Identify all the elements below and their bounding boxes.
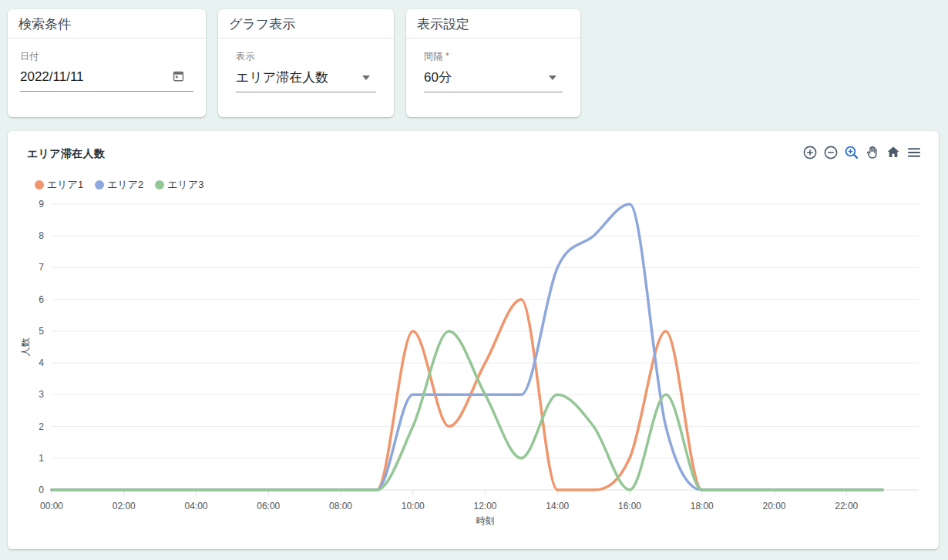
date-field-label: 日付 [20,50,193,63]
interval-select[interactable]: 60分 [424,65,563,92]
settings-card-title: 表示設定 [406,9,580,39]
x-tick-label: 16:00 [618,501,641,511]
graph-display-card: グラフ表示 表示 エリア滞在人数 [218,9,394,117]
y-tick-label: 8 [39,230,44,241]
legend-label: エリア1 [47,178,83,192]
x-tick-label: 14:00 [546,501,569,511]
zoom-in-icon [802,144,819,163]
legend-label: エリア3 [167,178,203,192]
legend-marker-icon [95,180,104,189]
y-tick-label: 7 [39,262,44,273]
y-tick-label: 1 [39,453,44,464]
legend-marker-icon [155,180,164,189]
chart-toolbar [801,143,923,164]
x-tick-label: 08:00 [329,501,352,511]
interval-select-label: 間隔 * [424,50,563,63]
reset-zoom-button[interactable] [884,143,903,164]
y-tick-label: 5 [39,326,44,337]
date-input[interactable]: 2022/11/11 [20,65,193,92]
date-value: 2022/11/11 [20,69,84,85]
legend-item-3[interactable]: エリア3 [155,178,203,192]
search-card-title: 検索条件 [8,9,206,39]
x-tick-label: 04:00 [184,501,207,511]
display-settings-card: 表示設定 間隔 * 60分 [406,9,580,117]
chart-panel: エリア滞在人数 [8,131,939,549]
menu-icon [906,144,923,163]
display-select[interactable]: エリア滞在人数 [236,65,376,92]
chevron-down-icon [549,75,556,80]
y-tick-label: 4 [39,357,44,368]
x-tick-label: 02:00 [113,501,136,511]
x-tick-label: 00:00 [40,501,63,511]
legend-marker-icon [35,180,44,189]
calendar-button[interactable] [171,69,186,86]
selection-zoom-button[interactable] [842,143,861,164]
x-tick-label: 12:00 [473,501,496,511]
home-icon [885,144,902,163]
x-tick-label: 20:00 [762,501,785,511]
y-tick-label: 6 [39,294,44,305]
interval-select-value: 60分 [424,69,452,86]
y-tick-label: 3 [39,389,44,400]
y-tick-label: 9 [39,199,44,210]
legend-item-1[interactable]: エリア1 [35,178,83,192]
display-select-label: 表示 [236,50,376,63]
selection-zoom-icon [843,144,860,163]
menu-button[interactable] [905,143,923,164]
area-occupancy-chart[interactable]: 012345678900:0002:0004:0006:0008:0010:00… [8,131,939,549]
filter-cards-row: 検索条件 日付 2022/11/11 グラフ表示 表示 [8,9,580,117]
pan-button[interactable] [863,143,882,164]
zoom-in-button[interactable] [801,143,819,164]
x-tick-label: 22:00 [835,501,858,511]
graph-card-title: グラフ表示 [218,9,394,39]
y-axis-title: 人数 [20,338,31,357]
chevron-down-icon [362,75,370,80]
display-select-value: エリア滞在人数 [236,69,328,86]
series-line-2 [52,204,882,490]
zoom-out-icon [822,144,839,163]
y-tick-label: 0 [39,485,44,495]
chart-title: エリア滞在人数 [27,147,105,161]
calendar-icon [171,69,186,86]
legend-label: エリア2 [107,178,143,192]
x-tick-label: 18:00 [691,501,714,511]
pan-hand-icon [864,144,881,163]
legend-item-2[interactable]: エリア2 [95,178,143,192]
x-axis-title: 時刻 [476,515,495,526]
chart-legend: エリア1エリア2エリア3 [35,178,203,192]
zoom-out-button[interactable] [822,143,840,164]
y-tick-label: 2 [39,421,44,432]
x-tick-label: 06:00 [257,501,280,511]
series-line-3 [52,331,882,490]
search-card: 検索条件 日付 2022/11/11 [8,9,206,117]
x-tick-label: 10:00 [402,501,425,511]
